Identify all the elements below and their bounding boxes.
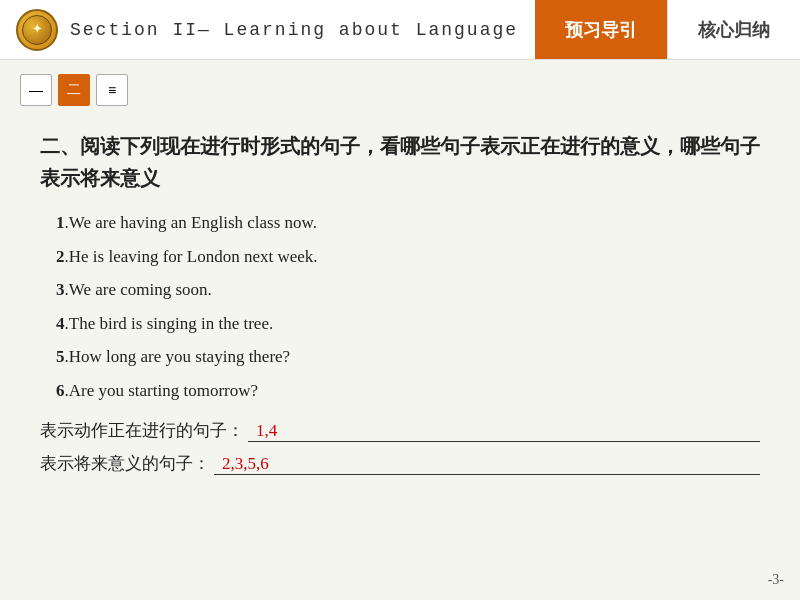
list-item: 2.He is leaving for London next week.: [40, 244, 760, 270]
toolbar-btn-3[interactable]: ≡: [96, 74, 128, 106]
sentence-text: .Are you starting tomorrow?: [65, 381, 259, 400]
logo-icon: [16, 9, 58, 51]
sentence-num: 3: [56, 280, 65, 299]
sentence-text: .How long are you staying there?: [65, 347, 291, 366]
page-number: -3-: [768, 572, 784, 588]
logo-inner: [22, 15, 52, 45]
list-item: 5.How long are you staying there?: [40, 344, 760, 370]
sentence-text: .We are coming soon.: [65, 280, 212, 299]
sentence-num: 6: [56, 381, 65, 400]
tab-summary[interactable]: 核心归纳: [667, 0, 800, 59]
fill-underline-2: 2,3,5,6: [214, 453, 760, 475]
toolbar-btn-1[interactable]: —: [20, 74, 52, 106]
list-item: 6.Are you starting tomorrow?: [40, 378, 760, 404]
logo-area: Section II— Learning about Language: [0, 9, 535, 51]
sentence-num: 1: [56, 213, 65, 232]
fill-line-1: 表示动作正在进行的句子： 1,4: [40, 419, 760, 442]
sentence-num: 5: [56, 347, 65, 366]
sentence-num: 4: [56, 314, 65, 333]
list-item: 4.The bird is singing in the tree.: [40, 311, 760, 337]
nav-tabs: 预习导引 核心归纳: [535, 0, 800, 59]
fill-underline-1: 1,4: [248, 420, 760, 442]
fill-answer-1: 1,4: [248, 421, 285, 441]
fill-answer-2: 2,3,5,6: [214, 454, 277, 474]
sentence-num: 2: [56, 247, 65, 266]
sentence-text: .We are having an English class now.: [65, 213, 317, 232]
toolbar-btn-2[interactable]: 二: [58, 74, 90, 106]
sentence-text: .The bird is singing in the tree.: [65, 314, 274, 333]
header: Section II— Learning about Language 预习导引…: [0, 0, 800, 60]
section-title: 二、阅读下列现在进行时形式的句子，看哪些句子表示正在进行的意义，哪些句子表示将来…: [40, 130, 760, 194]
fill-label-2: 表示将来意义的句子：: [40, 452, 210, 475]
sentence-list: 1.We are having an English class now. 2.…: [40, 210, 760, 403]
sentence-text: .He is leaving for London next week.: [65, 247, 318, 266]
list-item: 1.We are having an English class now.: [40, 210, 760, 236]
header-title: Section II— Learning about Language: [70, 20, 518, 40]
tab-preview[interactable]: 预习导引: [535, 0, 667, 59]
fill-label-1: 表示动作正在进行的句子：: [40, 419, 244, 442]
fill-line-2: 表示将来意义的句子： 2,3,5,6: [40, 452, 760, 475]
list-item: 3.We are coming soon.: [40, 277, 760, 303]
main-content: 二、阅读下列现在进行时形式的句子，看哪些句子表示正在进行的意义，哪些句子表示将来…: [0, 120, 800, 505]
toolbar: — 二 ≡: [0, 60, 800, 120]
